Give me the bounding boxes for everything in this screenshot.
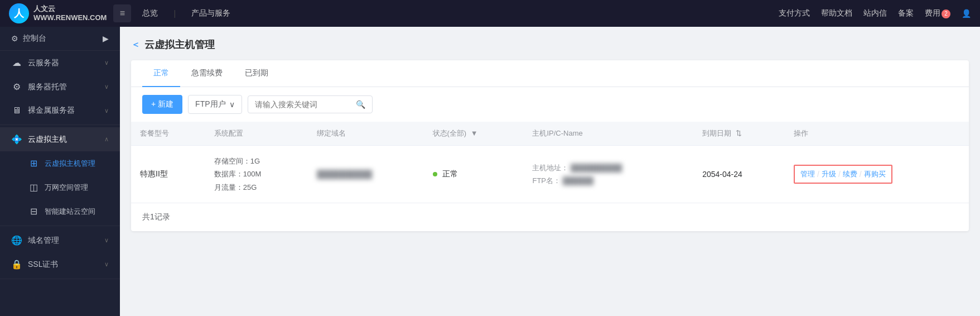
topnav-products[interactable]: 产品与服务 [191, 8, 230, 18]
topnav-user-icon[interactable]: 👤 [962, 9, 971, 18]
record-count: 共1记录 [131, 203, 969, 231]
logo-icon: 人 [9, 3, 29, 23]
cell-actions: 管理 / 升级 / 续费 / 再购买 [785, 146, 969, 203]
sidebar-bare-metal-label: 裸金属服务器 [28, 106, 75, 116]
search-input-wrap[interactable]: 🔍 [248, 95, 373, 113]
sidebar-item-server-hosting[interactable]: ⚙ 服务器托管 ∨ [0, 75, 120, 99]
action-upgrade[interactable]: 升级 [822, 169, 836, 179]
sidebar-smart-site-label: 智能建站云空间 [45, 207, 95, 217]
back-arrow-icon[interactable]: ＜ [131, 39, 140, 51]
sidebar-item-cloud-server[interactable]: ☁ 云服务器 ∨ [0, 51, 120, 75]
sidebar-item-virtual-host[interactable]: 💠 云虚拟主机 ∧ [0, 127, 120, 151]
topnav-links: 总览 | 产品与服务 [142, 8, 230, 18]
action-manage[interactable]: 管理 [800, 169, 815, 179]
tab-expired[interactable]: 已到期 [234, 60, 279, 87]
logo[interactable]: 人 人文云WWW.RENWEN.COM [9, 3, 107, 23]
status-dot-icon [433, 172, 437, 176]
action-renew[interactable]: 续费 [843, 169, 857, 179]
cell-domain: ██████████ [308, 146, 423, 203]
domain-value: ██████████ [317, 170, 372, 179]
col-host-ip: 主机IP/C-Name [523, 122, 693, 146]
page-title: 云虚拟主机管理 [144, 38, 215, 51]
ftp-value: ██████ [563, 176, 593, 185]
data-table: 套餐型号 系统配置 绑定域名 状态(全部) ▼ 主机IP/C-Name 到期日期… [131, 122, 969, 203]
menu-toggle-icon[interactable]: ≡ [113, 4, 131, 22]
ftp-user-label: FTP用户 [195, 99, 225, 109]
status-filter-icon[interactable]: ▼ [471, 129, 478, 137]
vhost-manage-icon: ⊞ [28, 158, 39, 169]
sidebar-control[interactable]: ⚙ 控制台 ▶ [0, 27, 120, 51]
sidebar-cloud-server-label: 云服务器 [28, 58, 59, 68]
tab-urgent-renew[interactable]: 急需续费 [180, 60, 234, 87]
sidebar-section-servers: ☁ 云服务器 ∨ ⚙ 服务器托管 ∨ 🖥 裸金属服务器 ∨ [0, 51, 120, 125]
topnav-payment[interactable]: 支付方式 [779, 8, 810, 18]
new-button[interactable]: + 新建 [142, 95, 182, 114]
wanwang-icon: ◫ [28, 182, 39, 193]
cell-spec: 存储空间：1G 数据库：100M 月流量：25G [205, 146, 308, 203]
tab-bar: 正常 急需续费 已到期 [131, 60, 969, 87]
sidebar-vhost-manage-label: 云虚拟主机管理 [45, 159, 95, 169]
topnav-overview[interactable]: 总览 [142, 8, 158, 18]
smart-site-icon: ⊟ [28, 206, 39, 217]
sidebar-domain-label: 域名管理 [28, 236, 59, 246]
main-content: ＜ 云虚拟主机管理 正常 急需续费 已到期 + 新建 FTP用户 ∨ 🔍 [120, 27, 980, 316]
table-header-row: 套餐型号 系统配置 绑定域名 状态(全部) ▼ 主机IP/C-Name 到期日期… [131, 122, 969, 146]
col-expire: 到期日期 ⇅ [693, 122, 785, 146]
sidebar-item-wanwang-space[interactable]: ◫ 万网空间管理 [0, 175, 120, 199]
search-icon: 🔍 [356, 100, 365, 109]
sidebar-ssl-label: SSL证书 [28, 260, 58, 270]
domain-icon: 🌐 [11, 235, 22, 246]
ftp-user-dropdown[interactable]: FTP用户 ∨ [188, 95, 242, 114]
control-label: 控制台 [23, 33, 46, 44]
cell-host-ip: 主机地址： ██████████ FTP名： ██████ [523, 146, 693, 203]
table-row: 特惠II型 存储空间：1G 数据库：100M 月流量：25G █████████… [131, 146, 969, 203]
sidebar-item-ssl[interactable]: 🔒 SSL证书 ∨ [0, 252, 120, 276]
host-ip-label: 主机地址： [532, 164, 568, 172]
spec-storage: 存储空间：1G [214, 155, 299, 167]
topnav-help[interactable]: 帮助文档 [821, 8, 852, 18]
control-icon: ⚙ [11, 34, 18, 43]
sidebar-hosting-label: 服务器托管 [28, 82, 67, 92]
ftp-label: FTP名： [532, 176, 561, 185]
main-card: 正常 急需续费 已到期 + 新建 FTP用户 ∨ 🔍 [131, 60, 969, 231]
hosting-arrow: ∨ [104, 83, 109, 90]
cell-status: 正常 [424, 146, 524, 203]
col-actions: 操作 [785, 122, 969, 146]
topnav-fee[interactable]: 费用2 [925, 8, 950, 18]
spec-db: 数据库：100M [214, 167, 299, 180]
spec-flow: 月流量：25G [214, 181, 299, 194]
sidebar-item-vhost-manage[interactable]: ⊞ 云虚拟主机管理 [0, 151, 120, 175]
sidebar-section-vhost: 💠 云虚拟主机 ∧ ⊞ 云虚拟主机管理 ◫ 万网空间管理 ⊟ 智能建站云空间 [0, 127, 120, 226]
topnav-right-links: 支付方式 帮助文档 站内信 备案 费用2 👤 [779, 8, 971, 18]
topnav-inbox[interactable]: 站内信 [863, 8, 887, 18]
topnav-filing[interactable]: 备案 [898, 8, 914, 18]
col-status: 状态(全部) ▼ [424, 122, 524, 146]
page-header: ＜ 云虚拟主机管理 [131, 38, 969, 51]
sidebar-item-domain[interactable]: 🌐 域名管理 ∨ [0, 228, 120, 252]
bare-metal-arrow: ∨ [104, 107, 109, 114]
fee-badge: 2 [942, 9, 950, 18]
col-domain: 绑定域名 [308, 122, 423, 146]
expire-sort-icon[interactable]: ⇅ [736, 129, 742, 137]
status-text: 正常 [442, 169, 458, 178]
logo-text: 人文云WWW.RENWEN.COM [33, 4, 107, 22]
sidebar-section-domain: 🌐 域名管理 ∨ 🔒 SSL证书 ∨ [0, 228, 120, 279]
dropdown-arrow-icon: ∨ [229, 100, 235, 109]
top-navigation: 人 人文云WWW.RENWEN.COM ≡ 总览 | 产品与服务 支付方式 帮助… [0, 0, 980, 27]
cloud-server-arrow: ∨ [104, 59, 109, 66]
sidebar-item-smart-site[interactable]: ⊟ 智能建站云空间 [0, 199, 120, 223]
tab-normal[interactable]: 正常 [142, 60, 180, 87]
sidebar-item-bare-metal[interactable]: 🖥 裸金属服务器 ∨ [0, 99, 120, 122]
actions-container: 管理 / 升级 / 续费 / 再购买 [794, 165, 892, 184]
domain-arrow: ∨ [104, 237, 109, 244]
ssl-icon: 🔒 [11, 259, 22, 270]
toolbar: + 新建 FTP用户 ∨ 🔍 [131, 87, 969, 122]
action-rebuy[interactable]: 再购买 [864, 169, 886, 179]
search-input[interactable] [255, 100, 353, 109]
cloud-server-icon: ☁ [11, 58, 22, 68]
virtual-host-icon: 💠 [11, 134, 22, 145]
ssl-arrow: ∨ [104, 261, 109, 268]
col-spec: 系统配置 [205, 122, 308, 146]
cell-expire: 2054-04-24 [693, 146, 785, 203]
col-package: 套餐型号 [131, 122, 205, 146]
